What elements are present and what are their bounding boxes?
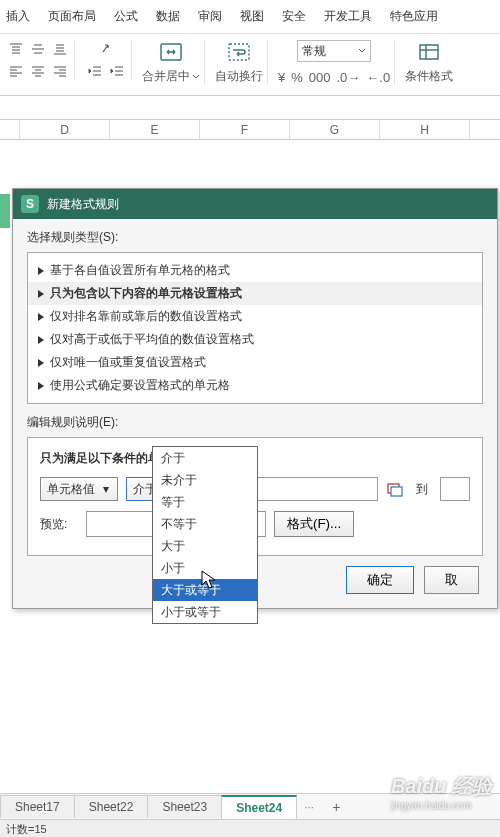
tab-page-layout[interactable]: 页面布局: [48, 8, 96, 25]
col-f[interactable]: F: [200, 120, 290, 139]
status-bar: 计数=15: [0, 819, 500, 837]
comma-style-icon[interactable]: 000: [309, 70, 331, 85]
rule-type-list[interactable]: 基于各自值设置所有单元格的格式 只为包含以下内容的单元格设置格式 仅对排名靠前或…: [27, 252, 483, 404]
rule-type-item[interactable]: 仅对唯一值或重复值设置格式: [28, 351, 482, 374]
add-sheet-button[interactable]: +: [322, 795, 350, 819]
target-dropdown[interactable]: 单元格值▾: [40, 477, 118, 501]
rule-type-item[interactable]: 仅对高于或低于平均值的数值设置格式: [28, 328, 482, 351]
cond-format-label[interactable]: 条件格式: [405, 68, 453, 85]
currency-icon[interactable]: ¥: [278, 70, 285, 85]
ribbon-tabs: 插入 页面布局 公式 数据 审阅 视图 安全 开发工具 特色应用: [0, 0, 500, 34]
decrease-indent-icon[interactable]: [85, 62, 105, 80]
format-button[interactable]: 格式(F)...: [274, 511, 354, 537]
align-bottom-icon[interactable]: [50, 40, 70, 58]
operator-option[interactable]: 不等于: [153, 513, 257, 535]
cond-format-icon[interactable]: [412, 40, 446, 64]
align-left-icon[interactable]: [6, 62, 26, 80]
svg-rect-2: [420, 45, 438, 59]
sheet-tab[interactable]: Sheet22: [74, 795, 149, 818]
col-h[interactable]: H: [380, 120, 470, 139]
operator-option[interactable]: 小于或等于: [153, 601, 257, 623]
cancel-button[interactable]: 取: [424, 566, 479, 594]
dialog-title: 新建格式规则: [47, 196, 119, 213]
merge-center-icon[interactable]: [154, 40, 188, 64]
operator-option[interactable]: 大于: [153, 535, 257, 557]
col-d[interactable]: D: [20, 120, 110, 139]
number-format-select[interactable]: 常规: [297, 40, 371, 62]
ribbon-toolbar: 合并居中 自动换行 常规 ¥ % 000 .0→ ←.0 条件格式: [0, 34, 500, 96]
range-picker-icon[interactable]: [386, 480, 404, 498]
operator-dropdown-list[interactable]: 介于 未介于 等于 不等于 大于 小于 大于或等于 小于或等于: [152, 446, 258, 624]
preview-label: 预览:: [40, 516, 78, 533]
value-to-input[interactable]: [440, 477, 470, 501]
sheet-tabs-more[interactable]: ∙∙∙: [296, 796, 322, 818]
auto-wrap-icon[interactable]: [222, 40, 256, 64]
tab-data[interactable]: 数据: [156, 8, 180, 25]
decrease-decimal-icon[interactable]: ←.0: [366, 70, 390, 85]
sheet-tab[interactable]: Sheet23: [147, 795, 222, 818]
sheet-tab-active[interactable]: Sheet24: [221, 795, 297, 819]
merge-center-label[interactable]: 合并居中: [142, 68, 190, 85]
app-logo-icon: S: [21, 195, 39, 213]
number-format-group: 常规 ¥ % 000 .0→ ←.0: [274, 40, 395, 85]
indent-group: [81, 40, 132, 80]
rule-type-item[interactable]: 仅对排名靠前或靠后的数值设置格式: [28, 305, 482, 328]
rule-type-item[interactable]: 只为包含以下内容的单元格设置格式: [28, 282, 482, 305]
dialog-titlebar[interactable]: S 新建格式规则: [13, 189, 497, 219]
operator-option[interactable]: 未介于: [153, 469, 257, 491]
col-g[interactable]: G: [290, 120, 380, 139]
selection-highlight: [0, 194, 10, 228]
tab-dev-tools[interactable]: 开发工具: [324, 8, 372, 25]
rule-type-item[interactable]: 使用公式确定要设置格式的单元格: [28, 374, 482, 397]
select-rule-type-label: 选择规则类型(S):: [27, 229, 483, 246]
formula-bar[interactable]: [0, 96, 500, 120]
tab-view[interactable]: 视图: [240, 8, 264, 25]
cond-format-group: 条件格式: [401, 40, 457, 85]
column-headers: D E F G H I: [0, 120, 500, 140]
col-i[interactable]: I: [470, 120, 500, 139]
tab-review[interactable]: 审阅: [198, 8, 222, 25]
increase-indent-icon[interactable]: [107, 62, 127, 80]
mouse-cursor-icon: [201, 570, 217, 590]
align-group: [2, 40, 75, 80]
orientation-icon[interactable]: [96, 40, 116, 58]
chevron-down-icon: [358, 47, 366, 55]
percent-icon[interactable]: %: [291, 70, 303, 85]
to-label: 到: [416, 481, 428, 498]
merge-group: 合并居中: [138, 40, 205, 85]
auto-wrap-label[interactable]: 自动换行: [215, 68, 263, 85]
tab-formulas[interactable]: 公式: [114, 8, 138, 25]
align-middle-icon[interactable]: [28, 40, 48, 58]
sheet-tab-bar: Sheet17 Sheet22 Sheet23 Sheet24 ∙∙∙ +: [0, 793, 500, 819]
wrap-group: 自动换行: [211, 40, 268, 85]
svg-rect-4: [391, 487, 402, 496]
align-right-icon[interactable]: [50, 62, 70, 80]
edit-rule-desc-label: 编辑规则说明(E):: [27, 414, 483, 431]
chevron-down-icon[interactable]: [192, 73, 200, 81]
operator-option[interactable]: 等于: [153, 491, 257, 513]
ok-button[interactable]: 确定: [346, 566, 414, 594]
tab-insert[interactable]: 插入: [6, 8, 30, 25]
align-top-icon[interactable]: [6, 40, 26, 58]
align-center-icon[interactable]: [28, 62, 48, 80]
sheet-tab[interactable]: Sheet17: [0, 795, 75, 818]
rule-type-item[interactable]: 基于各自值设置所有单元格的格式: [28, 259, 482, 282]
increase-decimal-icon[interactable]: .0→: [337, 70, 361, 85]
col-e[interactable]: E: [110, 120, 200, 139]
tab-special[interactable]: 特色应用: [390, 8, 438, 25]
tab-security[interactable]: 安全: [282, 8, 306, 25]
operator-option[interactable]: 介于: [153, 447, 257, 469]
